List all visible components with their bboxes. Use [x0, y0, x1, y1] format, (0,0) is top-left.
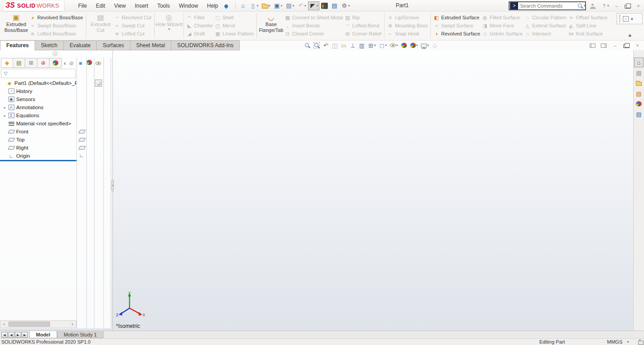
menu-window[interactable]: Window [174, 0, 203, 11]
display-style-button[interactable]: ◻▾ [379, 43, 387, 49]
view-orientation-button[interactable]: ⊞▾ [368, 43, 376, 49]
select-cursor-button[interactable]: ◤▾ [308, 1, 320, 10]
previous-view-button[interactable]: ↶ [323, 43, 329, 49]
close-doc-button[interactable]: × [635, 43, 640, 49]
tab-solidworks-add-ins[interactable]: SOLIDWORKS Add-Ins [171, 40, 240, 50]
minimize-window-button[interactable]: – [614, 3, 620, 9]
open-document-button[interactable]: ▾ [260, 1, 272, 10]
custom-properties-button[interactable]: ▤ [634, 109, 644, 119]
tree-item-part1[interactable]: ◆Part1 (Default<<Default>_Ph [0, 79, 76, 87]
dropdown-caret-icon[interactable]: ▾ [374, 44, 376, 47]
zoom-to-area-button[interactable] [313, 42, 320, 49]
tree-item-material[interactable]: Material <not specified> [0, 119, 76, 128]
design-library-button[interactable]: ▤ [634, 68, 644, 78]
save-button[interactable]: ▣▾ [272, 1, 284, 10]
tree-item-history[interactable]: ◔History [0, 87, 76, 95]
expand-arrow-icon[interactable]: ▸ [2, 106, 8, 110]
measure-button[interactable]: ▭ [341, 43, 347, 49]
view-palette-button[interactable]: ▧ [634, 88, 644, 98]
display-manager-tab-button[interactable] [49, 58, 62, 68]
pane-left-button[interactable] [590, 44, 595, 48]
menu-tools[interactable]: Tools [153, 0, 174, 11]
panel-splitter[interactable] [112, 50, 114, 331]
print-button[interactable]: ▤▾ [284, 1, 296, 10]
menu-insert[interactable]: Insert [130, 0, 153, 11]
dropdown-caret-icon[interactable]: ▾ [317, 4, 318, 8]
search-input[interactable] [520, 3, 577, 9]
new-document-button[interactable]: ▯▾ [248, 1, 260, 10]
dimxpert-manager-tab-button[interactable]: ⊕ [37, 58, 49, 68]
collapse-panel-button[interactable]: ‹ [64, 60, 66, 66]
user-account-button[interactable] [590, 3, 596, 9]
tree-item-front[interactable]: Front [0, 128, 76, 136]
origin-display-icon[interactable]: ∟ [79, 153, 85, 159]
configuration-manager-tab-button[interactable]: ⊞ [25, 58, 37, 68]
dropdown-caret-icon[interactable]: ▾ [168, 27, 170, 31]
home-button[interactable]: ⌂ [238, 1, 248, 10]
step-back-button[interactable]: ◀ [8, 332, 14, 338]
minimize-doc-button[interactable]: – [612, 43, 618, 49]
units-selector[interactable]: MMGS [607, 339, 622, 345]
panel-collapse-handle[interactable] [53, 51, 58, 56]
view-settings-button[interactable]: ▾ [421, 44, 429, 48]
file-properties-button[interactable]: ▤ [330, 1, 339, 10]
options-gear-button[interactable]: ⚙▾ [340, 1, 351, 10]
scroll-left-icon[interactable]: ‹ [0, 322, 8, 327]
menu-edit[interactable]: Edit [91, 0, 110, 11]
file-explorer-button[interactable] [634, 78, 644, 88]
appearance-sphere-icon[interactable] [95, 80, 102, 87]
tree-item-top[interactable]: Top [0, 136, 76, 144]
tree-item-right[interactable]: Right [0, 144, 76, 152]
extruded-boss-base-button[interactable]: ▣ExtrudedBoss/Base [4, 12, 29, 39]
tab-surfaces[interactable]: Surfaces [97, 40, 130, 50]
menu-file[interactable]: File [74, 0, 91, 11]
appearances-scenes-button[interactable] [634, 99, 644, 109]
restore-doc-button[interactable] [623, 43, 629, 48]
step-forward-button[interactable]: ▶ [15, 332, 21, 338]
pin-menu-bar-button[interactable] [224, 2, 228, 10]
close-window-button[interactable]: × [635, 3, 641, 9]
tab-sketch[interactable]: Sketch [35, 40, 64, 50]
tree-filter-input[interactable]: ▽ [1, 69, 76, 78]
base-flange-tab-button[interactable]: ◡BaseFlange/Tab [259, 12, 284, 39]
units-caret-icon[interactable]: ▴ [627, 340, 629, 343]
ribbon-overflow-button[interactable]: » [628, 32, 631, 39]
revolved-surface-button[interactable]: ◑Revolved Surface [434, 30, 480, 37]
splitter-handle[interactable] [112, 180, 114, 191]
hide-show-items-button[interactable]: ▾ [390, 44, 398, 47]
zoom-to-fit-button[interactable] [304, 42, 310, 49]
menu-view[interactable]: View [110, 0, 130, 11]
tab-model[interactable]: Model [29, 331, 57, 338]
search-commands-box[interactable]: > ▾ [509, 1, 586, 10]
dropdown-caret-icon[interactable]: ▾ [396, 44, 398, 47]
rollback-bar[interactable] [0, 160, 76, 161]
tags-button[interactable] [640, 340, 640, 345]
dropdown-caret-icon[interactable]: ▾ [607, 4, 609, 8]
rebuild-traffic-light-button[interactable] [320, 1, 329, 10]
dropdown-caret-icon[interactable]: ▾ [269, 4, 271, 8]
tree-item-origin[interactable]: ∟Origin [0, 152, 76, 160]
normal-to-button[interactable]: ⊥ [350, 43, 356, 49]
dropdown-caret-icon[interactable]: ▾ [416, 44, 418, 47]
dropdown-caret-icon[interactable]: ▾ [348, 4, 350, 8]
jump-to-end-button[interactable]: ▶ [22, 332, 28, 338]
home-tab-button[interactable]: ⌂ [634, 58, 644, 67]
dropdown-caret-icon[interactable]: ▾ [385, 44, 387, 47]
tab-sheet-metal[interactable]: Sheet Metal [130, 40, 171, 50]
scrollbar-thumb[interactable] [9, 322, 50, 327]
ribbon-drag-handle[interactable] [619, 15, 621, 22]
dropdown-caret-icon[interactable]: ▾ [257, 4, 259, 8]
hide-show-column-button[interactable]: ⊘ [68, 59, 74, 67]
edit-appearance-button[interactable] [401, 43, 407, 48]
tree-item-annotations[interactable]: ▸AAnnotations [0, 103, 76, 111]
restore-window-button[interactable] [625, 4, 631, 9]
tree-horizontal-scrollbar[interactable]: ‹ › [0, 320, 76, 328]
dropdown-caret-icon[interactable]: ▾ [281, 4, 282, 8]
help-button[interactable]: ?▾ [601, 3, 609, 9]
menu-help[interactable]: Help [202, 0, 223, 11]
expand-arrow-icon[interactable]: ▸ [2, 114, 8, 118]
tree-item-equations[interactable]: ▸ΣEquations [0, 111, 76, 119]
pane-right-button[interactable] [601, 44, 607, 48]
dropdown-caret-icon[interactable]: ▾ [293, 4, 295, 8]
search-magnifier-icon[interactable] [577, 3, 583, 9]
